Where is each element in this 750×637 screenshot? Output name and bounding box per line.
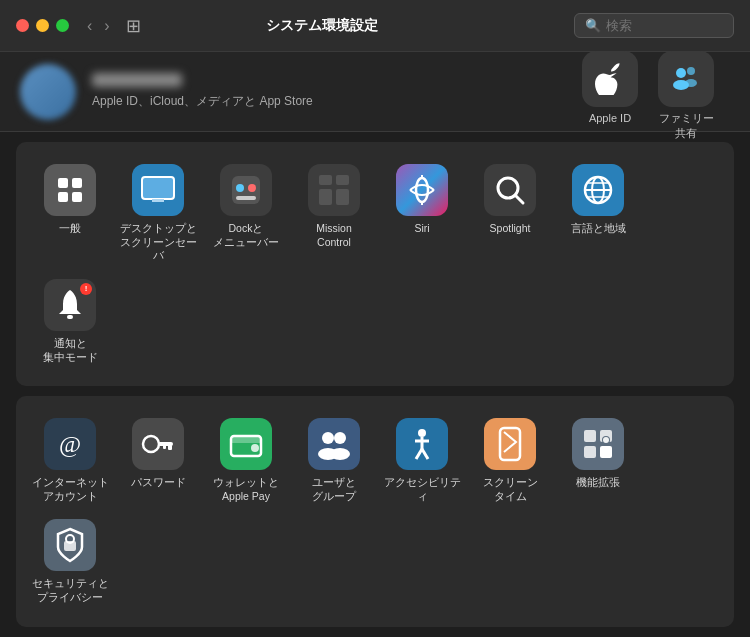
accessibility-icon [396,418,448,470]
svg-rect-47 [500,428,520,460]
security-label: セキュリティと プライバシー [32,577,109,604]
main-content: 一般 デスクトップと スクリーンセーバ Dockと メニューバー [0,132,750,637]
general-label: 一般 [59,222,81,236]
family-sharing-item[interactable]: ファミリー 共有 [658,51,714,140]
siri-label: Siri [414,222,429,236]
language-label: 言語と地域 [571,222,626,236]
svg-rect-36 [231,436,261,443]
pref-accessibility[interactable]: アクセシビリティ [378,410,466,511]
section-2: @ インターネット アカウント パスワード ウォレットと Apple Pay [16,396,734,627]
profile-info: Apple ID、iCloud、メディアと App Store [92,73,313,110]
svg-rect-8 [142,177,174,199]
pref-desktop[interactable]: デスクトップと スクリーンセーバ [114,156,202,271]
extensions-label: 機能拡張 [576,476,620,490]
svg-point-13 [236,184,244,192]
svg-point-1 [687,67,695,75]
svg-line-46 [422,449,428,459]
pref-password[interactable]: パスワード [114,410,202,511]
security-icon [44,519,96,571]
svg-rect-33 [168,445,172,450]
pref-dock[interactable]: Dockと メニューバー [202,156,290,271]
svg-rect-6 [58,192,68,202]
svg-point-0 [676,68,686,78]
users-icon [308,418,360,470]
pref-mission[interactable]: Mission Control [290,156,378,271]
pref-notification[interactable]: ! 通知と 集中モード [26,271,114,372]
profile-subtitle: Apple ID、iCloud、メディアと App Store [92,93,313,110]
svg-point-39 [334,432,346,444]
wallet-label: ウォレットと Apple Pay [213,476,279,503]
pref-language[interactable]: 言語と地域 [554,156,642,271]
wallet-icon [220,418,272,470]
apple-id-item[interactable]: Apple ID [582,51,638,140]
pref-security[interactable]: セキュリティと プライバシー [26,511,114,612]
mission-label: Mission Control [316,222,352,249]
language-icon [572,164,624,216]
minimize-button[interactable] [36,19,49,32]
notification-icon: ! [44,279,96,331]
search-icon: 🔍 [585,18,601,33]
close-button[interactable] [16,19,29,32]
section-1-grid: 一般 デスクトップと スクリーンセーバ Dockと メニューバー [26,156,724,372]
apple-id-label: Apple ID [589,111,631,125]
svg-line-45 [416,449,422,459]
svg-point-31 [143,436,159,452]
svg-rect-5 [72,178,82,188]
family-sharing-label: ファミリー 共有 [659,111,714,140]
svg-rect-15 [319,175,332,185]
forward-button[interactable]: › [100,15,113,37]
svg-rect-12 [236,196,256,200]
siri-icon [396,164,448,216]
svg-line-23 [515,195,523,203]
family-sharing-icon [658,51,714,107]
svg-rect-50 [584,446,596,458]
pref-users[interactable]: ユーザと グループ [290,410,378,511]
pref-extensions[interactable]: 機能拡張 [554,410,642,511]
grid-icon: ⊞ [126,15,141,37]
svg-rect-10 [152,199,164,202]
svg-rect-48 [584,430,596,442]
pref-internet[interactable]: @ インターネット アカウント [26,410,114,511]
mission-icon [308,164,360,216]
search-box[interactable]: 🔍 [574,13,734,38]
svg-rect-4 [58,178,68,188]
notification-label: 通知と 集中モード [43,337,98,364]
avatar [20,64,76,120]
screentime-label: スクリーン タイム [483,476,538,503]
search-input[interactable] [606,18,726,33]
back-button[interactable]: ‹ [83,15,96,37]
svg-rect-7 [72,192,82,202]
svg-text:@: @ [59,431,81,457]
svg-rect-17 [319,189,332,205]
desktop-icon [132,164,184,216]
svg-rect-16 [336,175,349,185]
section-2-grid: @ インターネット アカウント パスワード ウォレットと Apple Pay [26,410,724,613]
svg-rect-34 [163,445,166,449]
pref-wallet[interactable]: ウォレットと Apple Pay [202,410,290,511]
pref-siri[interactable]: Siri [378,156,466,271]
maximize-button[interactable] [56,19,69,32]
pref-general[interactable]: 一般 [26,156,114,271]
internet-icon: @ [44,418,96,470]
apple-id-icon [582,51,638,107]
svg-point-41 [330,448,350,460]
internet-label: インターネット アカウント [32,476,109,503]
svg-point-3 [685,79,697,87]
svg-rect-51 [600,446,612,458]
accessibility-label: アクセシビリティ [382,476,462,503]
titlebar-title: システム環境設定 [151,17,494,35]
svg-point-53 [603,437,609,443]
spotlight-label: Spotlight [490,222,531,236]
pref-screentime[interactable]: スクリーン タイム [466,410,554,511]
general-icon [44,164,96,216]
section-1: 一般 デスクトップと スクリーンセーバ Dockと メニューバー [16,142,734,386]
nav-buttons: ‹ › [83,15,114,37]
top-icons: Apple ID ファミリー 共有 [582,43,730,140]
pref-spotlight[interactable]: Spotlight [466,156,554,271]
dock-label: Dockと メニューバー [213,222,279,249]
svg-point-42 [418,429,426,437]
svg-point-14 [248,184,256,192]
profile-name [92,73,182,87]
svg-point-38 [322,432,334,444]
svg-point-19 [416,178,428,202]
